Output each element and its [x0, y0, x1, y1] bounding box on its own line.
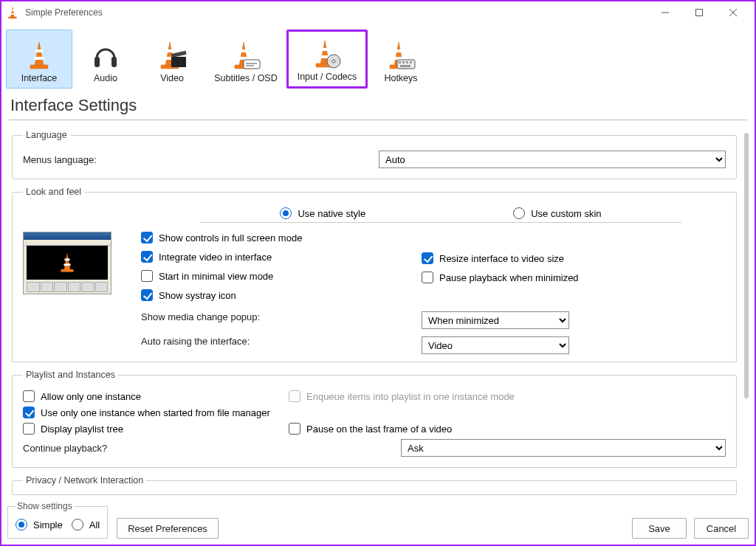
save-button[interactable]: Save [632, 518, 687, 539]
show-settings-group: Show settings Simple All [7, 501, 108, 539]
check-resize[interactable]: Resize interface to video size [422, 252, 643, 264]
tab-audio[interactable]: Audio [72, 30, 139, 89]
popup-select[interactable]: When minimized [422, 311, 569, 329]
tab-label: Audio [94, 73, 117, 83]
check-pause-last-frame[interactable]: Pause on the last frame of a video [289, 423, 726, 435]
app-icon [6, 6, 19, 19]
continue-select[interactable]: Ask [401, 439, 726, 457]
radio-simple[interactable]: Simple [16, 519, 63, 531]
radio-custom-skin[interactable]: Use custom skin [513, 207, 601, 219]
check-one-instance[interactable]: Allow only one instance [23, 390, 289, 402]
svg-rect-12 [244, 60, 260, 69]
maximize-button[interactable] [682, 1, 716, 24]
svg-rect-10 [171, 57, 186, 67]
check-enqueue: Enqueue items into playlist in one insta… [289, 390, 726, 402]
check-one-from-fm[interactable]: Use only one instance when started from … [23, 407, 726, 418]
group-legend: Playlist and Instances [23, 370, 118, 380]
page-title: Interface Settings [10, 96, 746, 115]
scrollbar[interactable] [744, 133, 749, 398]
reset-button[interactable]: Reset Preferences [117, 518, 219, 539]
tab-subtitles[interactable]: Subtitles / OSD [205, 30, 286, 89]
close-button[interactable] [716, 1, 750, 24]
radio-native-style[interactable]: Use native style [280, 207, 365, 219]
divider [9, 120, 747, 120]
group-privacy: Privacy / Network Interaction [12, 475, 737, 495]
tab-label: Input / Codecs [298, 72, 357, 82]
continue-label: Continue playback? [23, 443, 107, 454]
svg-rect-18 [399, 61, 401, 63]
tab-label: Subtitles / OSD [214, 73, 277, 83]
group-legend: Privacy / Network Interaction [23, 475, 146, 485]
autoraise-select[interactable]: Video [422, 336, 569, 354]
group-legend: Look and feel [23, 187, 84, 197]
tab-video[interactable]: Video [139, 30, 205, 89]
menus-language-label: Menus language: [23, 154, 97, 165]
check-pause-minimized[interactable]: Pause playback when minimized [422, 272, 643, 283]
check-integrate-video[interactable]: Integrate video in interface [141, 251, 407, 263]
cone-icon [21, 41, 57, 70]
autoraise-label: Auto raising the interface: [141, 336, 250, 347]
clapper-icon [154, 41, 190, 70]
svg-rect-20 [406, 61, 408, 63]
svg-rect-21 [410, 61, 412, 63]
svg-rect-5 [696, 10, 703, 16]
tab-input-codecs[interactable]: Input / Codecs [286, 30, 368, 89]
cancel-button[interactable]: Cancel [694, 518, 749, 539]
group-language: Language Menus language: Auto [12, 130, 737, 179]
minimize-button[interactable] [648, 1, 682, 24]
popup-label: Show media change popup: [141, 311, 260, 322]
headphones-icon [88, 41, 123, 70]
titlebar: Simple Preferences [1, 1, 755, 24]
tab-label: Hotkeys [384, 73, 417, 83]
tab-interface[interactable]: Interface [6, 30, 72, 89]
settings-scroll: Language Menus language: Auto Look and f… [9, 125, 740, 502]
preview-thumbnail [23, 232, 111, 294]
tab-hotkeys[interactable]: Hotkeys [368, 30, 434, 89]
show-settings-legend: Show settings [16, 501, 74, 511]
svg-rect-17 [397, 60, 415, 69]
category-toolbar: Interface Audio Video Subtitles / OSD In… [1, 24, 755, 89]
subtitles-icon [228, 41, 264, 70]
disc-icon [309, 39, 345, 69]
tab-label: Video [160, 73, 184, 83]
group-look: Look and feel Use native style Use custo… [12, 187, 737, 362]
svg-point-16 [332, 60, 335, 63]
footer: Show settings Simple All Reset Preferenc… [7, 501, 749, 539]
svg-rect-8 [94, 57, 100, 67]
check-playlist-tree[interactable]: Display playlist tree [23, 423, 289, 435]
svg-rect-9 [111, 57, 117, 67]
radio-all[interactable]: All [72, 519, 100, 531]
keyboard-icon [383, 41, 419, 70]
svg-rect-11 [171, 51, 187, 58]
menus-language-select[interactable]: Auto [379, 151, 726, 168]
group-playlist: Playlist and Instances Allow only one in… [12, 370, 737, 468]
svg-rect-22 [400, 65, 410, 67]
svg-rect-19 [402, 61, 405, 63]
group-legend: Language [23, 130, 70, 140]
window-title: Simple Preferences [25, 7, 103, 18]
check-show-controls[interactable]: Show controls in full screen mode [141, 232, 407, 243]
check-systray[interactable]: Show systray icon [141, 289, 407, 301]
tab-label: Interface [21, 73, 58, 83]
check-minimal-view[interactable]: Start in minimal view mode [141, 270, 407, 282]
